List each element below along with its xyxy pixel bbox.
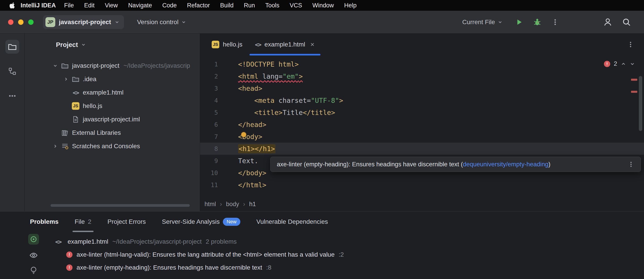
line-number[interactable]: 8 bbox=[200, 145, 218, 152]
js-icon: JS bbox=[212, 41, 219, 48]
line-number[interactable]: 3 bbox=[200, 85, 218, 92]
menubar-item-view[interactable]: View bbox=[100, 2, 123, 9]
code-editor[interactable]: 1<!DOCTYPE html>2<html lang="em">3<head>… bbox=[200, 55, 644, 197]
line-number[interactable]: 6 bbox=[200, 121, 218, 128]
macos-menubar: IntelliJ IDEA FileEditViewNavigateCodeRe… bbox=[0, 0, 644, 11]
menubar-item-build[interactable]: Build bbox=[215, 2, 239, 9]
menubar-item-vcs[interactable]: VCS bbox=[284, 2, 307, 9]
problem-item-2[interactable]: !axe-linter (empty-heading): Ensures hea… bbox=[0, 261, 644, 274]
menubar-item-run[interactable]: Run bbox=[239, 2, 260, 9]
editor-tab-label: hello.js bbox=[223, 41, 242, 48]
line-number[interactable]: 7 bbox=[200, 133, 218, 140]
problems-file-group-row[interactable]: <> example1.html ~/IdeaProjects/javascri… bbox=[0, 235, 644, 248]
error-stripe-mark[interactable] bbox=[631, 79, 637, 81]
tree-item-idea[interactable]: .idea bbox=[24, 72, 200, 86]
code-token: <h1></h1> bbox=[238, 144, 276, 153]
editor-options-kebab-icon[interactable] bbox=[627, 41, 644, 48]
problems-tab-file[interactable]: File2 bbox=[75, 212, 92, 232]
problems-file-name: example1.html bbox=[68, 238, 108, 245]
menubar-item-refactor[interactable]: Refactor bbox=[182, 2, 215, 9]
chevron-right-icon[interactable] bbox=[51, 144, 60, 149]
next-problem-chevron-down-icon[interactable] bbox=[630, 61, 635, 67]
chevron-down-icon[interactable] bbox=[51, 63, 60, 68]
inspections-widget[interactable]: ! 2 bbox=[604, 60, 635, 67]
tool-window-button-project-folder[interactable] bbox=[5, 40, 19, 54]
tree-item-hello-js[interactable]: JShello.js bbox=[24, 99, 200, 113]
debug-button[interactable] bbox=[533, 18, 542, 26]
zoom-window-button[interactable] bbox=[28, 19, 34, 25]
tree-item-label: javascript-project.iml bbox=[83, 116, 140, 123]
code-line-11: 11</html> bbox=[200, 179, 644, 191]
menubar-item-tools[interactable]: Tools bbox=[260, 2, 284, 9]
menubar-app-name[interactable]: IntelliJ IDEA bbox=[20, 2, 56, 9]
tool-window-button-structure[interactable] bbox=[5, 64, 19, 78]
menubar-item-file[interactable]: File bbox=[59, 2, 79, 9]
chevron-right-icon[interactable] bbox=[62, 77, 70, 82]
line-number[interactable]: 4 bbox=[200, 97, 218, 104]
tree-item-path: ~/IdeaProjects/javascrip bbox=[124, 62, 190, 69]
close-window-button[interactable] bbox=[8, 19, 14, 25]
tree-item-label: External Libraries bbox=[72, 129, 121, 136]
tool-window-button-more-tool-windows[interactable] bbox=[5, 89, 19, 103]
line-number[interactable]: 11 bbox=[200, 182, 218, 189]
breadcrumb-item-html[interactable]: html bbox=[204, 201, 216, 208]
tree-item-javascript-project-iml[interactable]: javascript-project.iml bbox=[24, 113, 200, 126]
main-area: Project javascript-project~/IdeaProjects… bbox=[0, 33, 644, 211]
apple-menu-icon[interactable] bbox=[8, 2, 17, 9]
menubar-item-code[interactable]: Code bbox=[157, 2, 182, 9]
more-actions-kebab-icon[interactable] bbox=[551, 18, 559, 26]
problems-tab-vulnerable-dependencies[interactable]: Vulnerable Dependencies bbox=[256, 212, 328, 232]
menubar-item-window[interactable]: Window bbox=[307, 2, 339, 9]
lint-tooltip-text: axe-linter (empty-heading): Ensures head… bbox=[277, 161, 463, 168]
code-token: > bbox=[339, 97, 343, 104]
analyze-toggle-icon[interactable] bbox=[28, 234, 39, 245]
problems-tab-server-side-analysis[interactable]: Server-Side AnalysisNew bbox=[162, 212, 240, 232]
previous-problem-chevron-up-icon[interactable] bbox=[621, 61, 626, 67]
line-number[interactable]: 1 bbox=[200, 61, 218, 68]
search-everywhere-icon[interactable] bbox=[622, 18, 631, 27]
quick-fix-lightbulb-icon[interactable] bbox=[28, 265, 39, 276]
code-token: > bbox=[299, 72, 303, 80]
tooltip-kebab-icon[interactable] bbox=[628, 161, 634, 168]
editor-tab-example1-html[interactable]: <>example1.html bbox=[248, 33, 321, 55]
line-number[interactable]: 10 bbox=[200, 169, 218, 176]
scratches-icon bbox=[60, 143, 70, 150]
code-text: Text. bbox=[218, 157, 258, 165]
line-number[interactable]: 2 bbox=[200, 73, 218, 80]
breadcrumb-item-body[interactable]: body bbox=[226, 201, 239, 208]
tree-item-label: Scratches and Consoles bbox=[72, 143, 140, 150]
lint-tooltip-suffix: ) bbox=[548, 161, 550, 168]
editor-tab-hello-js[interactable]: JShello.js bbox=[206, 33, 248, 55]
tree-item-javascript-project[interactable]: javascript-project~/IdeaProjects/javascr… bbox=[24, 59, 200, 72]
tree-item-scratches-and-consoles[interactable]: Scratches and Consoles bbox=[24, 139, 200, 153]
problems-tab-project-errors[interactable]: Project Errors bbox=[108, 212, 146, 232]
run-configuration-selector[interactable]: Current File bbox=[462, 18, 502, 26]
breadcrumb-item-h1[interactable]: h1 bbox=[249, 201, 256, 208]
run-button[interactable] bbox=[515, 18, 523, 26]
menubar-item-navigate[interactable]: Navigate bbox=[123, 2, 157, 9]
tree-item-example1-html[interactable]: <>example1.html bbox=[24, 86, 200, 99]
code-with-me-user-icon[interactable] bbox=[603, 18, 612, 27]
line-number[interactable]: 9 bbox=[200, 157, 218, 164]
problem-item-1[interactable]: !axe-linter (html-lang-valid): Ensures t… bbox=[0, 248, 644, 261]
line-number[interactable]: 5 bbox=[200, 109, 218, 116]
menubar-item-edit[interactable]: Edit bbox=[79, 2, 100, 9]
error-stripe-mark[interactable] bbox=[631, 91, 637, 93]
code-token bbox=[238, 109, 254, 116]
code-token: </body> bbox=[238, 169, 266, 177]
code-text: <title>Title</title> bbox=[218, 109, 335, 116]
tree-item-external-libraries[interactable]: External Libraries bbox=[24, 126, 200, 139]
close-tab-icon[interactable] bbox=[310, 42, 315, 47]
lint-tooltip-link[interactable]: dequeuniversity/empty-heading bbox=[463, 161, 548, 168]
tool-window-strip bbox=[0, 33, 24, 211]
breadcrumb-separator: › bbox=[220, 201, 222, 208]
vertical-scrollbar[interactable] bbox=[639, 76, 642, 131]
code-token: lang= bbox=[262, 72, 282, 80]
minimize-window-button[interactable] bbox=[18, 19, 24, 25]
menubar-item-help[interactable]: Help bbox=[339, 2, 362, 9]
project-panel-header[interactable]: Project bbox=[24, 33, 200, 56]
preview-eye-icon[interactable] bbox=[28, 250, 39, 261]
vcs-widget[interactable]: Version control bbox=[137, 18, 186, 26]
project-switcher[interactable]: JP javascript-project bbox=[43, 15, 124, 29]
horizontal-scrollbar[interactable] bbox=[50, 204, 190, 207]
